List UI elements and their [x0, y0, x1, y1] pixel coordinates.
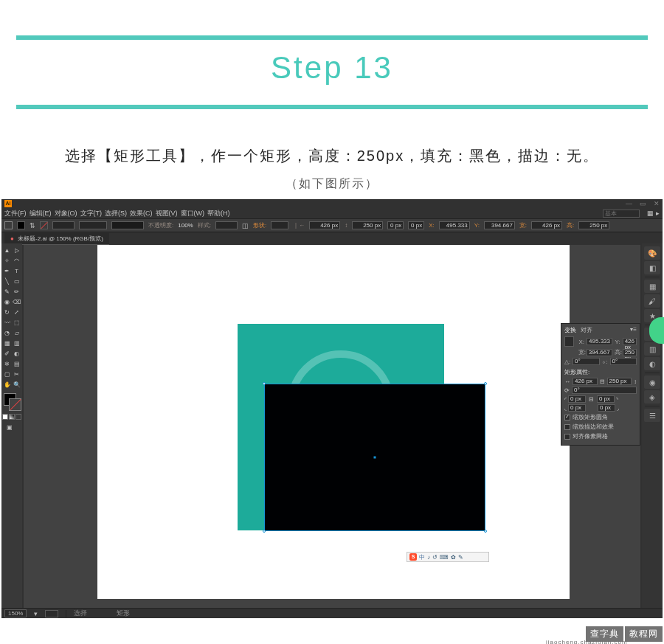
menu-view[interactable]: 视图(V) [156, 209, 178, 218]
stroke-swatch[interactable] [40, 221, 48, 229]
search-input[interactable] [603, 210, 640, 218]
corner1-input[interactable]: 0 px [387, 221, 404, 229]
menu-effect[interactable]: 效果(C) [130, 209, 153, 218]
transparency-panel-icon[interactable]: ◐ [644, 357, 660, 370]
corner-bl-icon[interactable]: ◟ [564, 405, 567, 412]
selection-tool-icon[interactable]: ▲ [2, 246, 12, 255]
h2-input[interactable]: 250 px [578, 221, 609, 229]
link-corners-icon[interactable]: ⊟ [589, 396, 594, 403]
appearance-panel-icon[interactable]: ◉ [644, 375, 660, 389]
zoom-level[interactable]: 150% [4, 609, 27, 617]
direct-selection-tool-icon[interactable]: ▷ [12, 246, 21, 255]
corner2-input[interactable]: 0 px [408, 221, 424, 229]
align-icon[interactable]: ◫ [242, 222, 249, 229]
rect-width-input[interactable]: 426 px [573, 378, 598, 385]
width-tool-icon[interactable]: 〰 [2, 318, 12, 328]
x-input[interactable]: 495.333 [587, 338, 612, 345]
line-tool-icon[interactable]: ╲ [2, 277, 12, 286]
swatches-panel-icon[interactable]: ▦ [644, 280, 660, 293]
y-mini-input[interactable]: 394.667 [484, 221, 515, 229]
menu-edit[interactable]: 编辑(E) [30, 209, 52, 218]
shape-dropdown[interactable] [271, 221, 288, 229]
selection-handle-bl[interactable] [263, 530, 266, 533]
corner-tr-icon[interactable]: ◝ [616, 396, 618, 403]
graph-tool-icon[interactable]: ▤ [12, 359, 21, 369]
screen-mode-icon[interactable]: ▣ [2, 423, 17, 432]
menu-object[interactable]: 对象(O) [55, 209, 77, 218]
y-input[interactable]: 426 px [623, 338, 637, 345]
corner-br-input[interactable]: 0 px [598, 404, 615, 412]
menu-select[interactable]: 选择(S) [105, 209, 127, 218]
corner-tr-input[interactable]: 0 px [597, 395, 615, 403]
reference-point-icon[interactable] [564, 336, 574, 347]
artboard-tool-icon[interactable]: ▢ [2, 370, 12, 379]
ime-punct-icon[interactable]: ♪ [427, 554, 430, 561]
brush-dropdown[interactable] [111, 221, 144, 229]
shape-builder-tool-icon[interactable]: ◔ [2, 328, 12, 338]
selection-handle-br[interactable] [484, 530, 487, 533]
gradient-tool-icon[interactable]: ▥ [12, 339, 21, 348]
rect-rotate-input[interactable]: 0° [572, 387, 637, 394]
type-tool-icon[interactable]: T [12, 266, 21, 276]
menu-text[interactable]: 文字(T) [80, 209, 103, 218]
color-guide-icon[interactable]: ◧ [644, 261, 660, 274]
height-input[interactable]: 250 px [352, 221, 383, 229]
h-input[interactable]: 250 px [623, 349, 637, 356]
menu-help[interactable]: 帮助(H) [207, 209, 230, 218]
blob-brush-tool-icon[interactable]: ◉ [2, 297, 12, 307]
ime-language[interactable]: 中 [419, 553, 425, 561]
w2-input[interactable]: 426 px [531, 221, 562, 229]
pencil-tool-icon[interactable]: ✏ [12, 287, 21, 297]
workspace-switcher-icon[interactable]: ▦ ▸ [647, 210, 660, 217]
fill-swatch[interactable] [17, 221, 25, 229]
tab-transform[interactable]: 变换 [564, 326, 576, 334]
corner-br-icon[interactable]: ◞ [617, 405, 619, 412]
free-transform-tool-icon[interactable]: ⬚ [12, 318, 21, 328]
solid-color-icon[interactable] [2, 414, 8, 420]
angle-input[interactable]: 0° [573, 358, 600, 365]
selection-handle-tr[interactable] [484, 382, 487, 385]
corner-tl-icon[interactable]: ◜ [564, 396, 567, 403]
lasso-tool-icon[interactable]: ◠ [12, 256, 21, 266]
panel-menu-icon[interactable]: ▾≡ [630, 326, 637, 334]
link-wh-icon[interactable]: ⊟ [600, 378, 605, 385]
ime-mode-icon[interactable]: ↺ [432, 554, 438, 561]
chk-align-pixel[interactable] [564, 434, 570, 440]
selection-handle-tl[interactable] [263, 382, 266, 385]
black-rectangle-shape[interactable] [264, 384, 485, 531]
symbol-sprayer-tool-icon[interactable]: ✲ [2, 359, 12, 369]
menu-file[interactable]: 文件(F) [4, 209, 27, 218]
corner-tl-input[interactable]: 0 px [568, 395, 586, 403]
stroke-profile-dropdown[interactable] [79, 221, 107, 229]
none-mode-icon[interactable] [15, 414, 21, 420]
brush-tool-icon[interactable]: ✎ [2, 287, 12, 297]
rectangle-tool-icon[interactable]: ▭ [12, 277, 21, 286]
magic-wand-tool-icon[interactable]: ✧ [2, 256, 12, 266]
stroke-color-swatch[interactable] [9, 398, 21, 411]
eraser-tool-icon[interactable]: ⌫ [12, 297, 21, 307]
width-input[interactable]: 426 px [309, 221, 340, 229]
style-dropdown[interactable] [215, 221, 238, 229]
gradient-mode-icon[interactable] [9, 414, 15, 420]
hand-tool-icon[interactable]: ✋ [2, 380, 12, 389]
mesh-tool-icon[interactable]: ▦ [2, 339, 12, 348]
sogou-icon[interactable]: S [409, 553, 417, 561]
ime-toolbar[interactable]: S 中 ♪ ↺ ⌨ ✿ ✎ [407, 552, 489, 562]
w-input[interactable]: 394.667 [587, 349, 612, 356]
gradient-panel-icon[interactable]: ▥ [644, 342, 660, 356]
close-icon[interactable]: ✕ [654, 199, 660, 208]
corner-bl-input[interactable]: 0 px [568, 404, 586, 412]
brushes-panel-icon[interactable]: 🖌 [644, 294, 660, 308]
rect-height-input[interactable]: 250 px [607, 378, 632, 385]
maximize-icon[interactable]: ▭ [640, 199, 646, 208]
perspective-tool-icon[interactable]: ▱ [12, 328, 21, 338]
workspace[interactable]: S 中 ♪ ↺ ⌨ ✿ ✎ [24, 245, 640, 608]
tab-align[interactable]: 对齐 [581, 326, 592, 334]
eyedropper-tool-icon[interactable]: ✐ [2, 349, 12, 359]
shear-input[interactable]: 0° [610, 358, 637, 365]
ime-skin-icon[interactable]: ✿ [451, 554, 456, 561]
graphic-styles-panel-icon[interactable]: ◈ [644, 390, 660, 404]
stroke-weight-dropdown[interactable] [52, 221, 75, 229]
rotate-tool-icon[interactable]: ↻ [2, 308, 12, 317]
ime-menu-icon[interactable]: ✎ [458, 554, 463, 561]
